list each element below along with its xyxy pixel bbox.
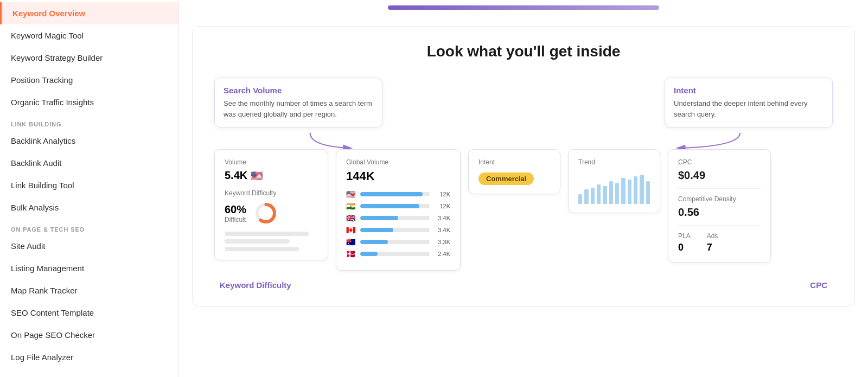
ads-block: Ads 7 [707, 232, 718, 253]
arrow-svg [214, 133, 833, 149]
sidebar-group-on-page: ON PAGE & TECH SEO Site Audit Listing Ma… [0, 219, 178, 368]
feature-title: Look what you'll get inside [214, 43, 833, 60]
sidebar-item-organic-traffic-insights[interactable]: Organic Traffic Insights [0, 91, 178, 113]
cpc-value: $0.49 [678, 169, 761, 182]
trend-label: Trend [578, 158, 650, 166]
sidebar-item-keyword-strategy-builder[interactable]: Keyword Strategy Builder [0, 47, 178, 69]
sidebar-item-backlink-audit[interactable]: Backlink Audit [0, 152, 178, 174]
banner-bar [388, 5, 659, 10]
sidebar-item-link-building-tool[interactable]: Link Building Tool [0, 174, 178, 196]
feature-section: Look what you'll get inside Search Volum… [192, 26, 855, 306]
sidebar: Keyword Overview Keyword Magic Tool Keyw… [0, 0, 179, 377]
main-content: Look what you'll get inside Search Volum… [179, 0, 868, 377]
comp-density-value: 0.56 [678, 206, 761, 219]
flag-ca: 🇨🇦 [346, 226, 357, 234]
country-row-dk: 🇩🇰 2.4K [346, 250, 450, 258]
kd-difficulty: Difficult [225, 216, 246, 223]
sidebar-group-keyword: Keyword Overview Keyword Magic Tool Keyw… [0, 2, 178, 113]
country-row-ca: 🇨🇦 3.4K [346, 226, 450, 234]
flag-in: 🇮🇳 [346, 202, 357, 210]
country-bars: 🇺🇸 12K 🇮🇳 12K 🇬🇧 3.4K [346, 190, 450, 258]
flag-au: 🇦🇺 [346, 238, 357, 246]
cpc-card: CPC $0.49 Competitive Density 0.56 PLA 0… [668, 149, 771, 263]
global-volume-value: 144K [346, 169, 450, 183]
country-row-in: 🇮🇳 12K [346, 202, 450, 210]
sidebar-item-position-tracking[interactable]: Position Tracking [0, 69, 178, 91]
annotation-search-volume: Search Volume See the monthly number of … [214, 78, 382, 127]
country-row-gb: 🇬🇧 3.4K [346, 214, 450, 222]
kd-donut [254, 201, 278, 225]
flag-gb: 🇬🇧 [346, 214, 357, 222]
sidebar-item-backlink-analytics[interactable]: Backlink Analytics [0, 130, 178, 152]
annotation-intent-title: Intent [674, 86, 824, 95]
top-banner [179, 0, 868, 21]
cpc-top: CPC $0.49 [678, 158, 761, 189]
sidebar-item-bulk-analysis[interactable]: Bulk Analysis [0, 196, 178, 219]
trend-card: Trend [568, 149, 660, 213]
pla-block: PLA 0 [678, 232, 691, 253]
volume-label: Volume [225, 158, 318, 166]
global-volume-card: Global Volume 144K 🇺🇸 12K 🇮🇳 12K [336, 149, 461, 271]
annotation-sv-title: Search Volume [224, 86, 373, 95]
volume-value: 5.4K 🇺🇸 [225, 169, 318, 182]
pla-value: 0 [678, 242, 691, 253]
arrows-row [214, 133, 833, 149]
sidebar-item-log-file-analyzer[interactable]: Log File Analyzer [0, 346, 178, 368]
sidebar-item-on-page-seo-checker[interactable]: On Page SEO Checker [0, 324, 178, 346]
global-volume-label: Global Volume [346, 158, 450, 166]
country-row-us: 🇺🇸 12K [346, 190, 450, 199]
annotation-sv-desc: See the monthly number of times a search… [224, 98, 373, 119]
annotation-intent-desc: Understand the deeper intent behind ever… [674, 98, 824, 119]
sidebar-item-keyword-overview[interactable]: Keyword Overview [0, 2, 178, 24]
annotation-intent: Intent Understand the deeper intent behi… [665, 78, 833, 127]
volume-kd-card: Volume 5.4K 🇺🇸 Keyword Difficulty 60% Di… [214, 149, 328, 260]
bottom-label-kd: Keyword Difficulty [220, 280, 291, 290]
pla-label: PLA [678, 232, 691, 240]
pla-ads-row: PLA 0 Ads 7 [678, 232, 761, 253]
data-cards-row: Volume 5.4K 🇺🇸 Keyword Difficulty 60% Di… [214, 149, 833, 271]
ads-label: Ads [707, 232, 718, 240]
sidebar-item-keyword-magic-tool[interactable]: Keyword Magic Tool [0, 24, 178, 47]
intent-card: Intent Commercial [468, 149, 560, 194]
kd-skeleton-bars [225, 232, 318, 251]
kd-section: Keyword Difficulty 60% Difficult [225, 189, 318, 225]
sidebar-item-site-audit[interactable]: Site Audit [0, 235, 178, 257]
comp-density-label: Competitive Density [678, 195, 761, 203]
sidebar-item-listing-management[interactable]: Listing Management [0, 257, 178, 279]
annotation-row: Search Volume See the monthly number of … [214, 78, 833, 127]
bottom-label-cpc: CPC [810, 280, 827, 290]
flag-us: 🇺🇸 [346, 190, 357, 199]
sidebar-section-on-page: ON PAGE & TECH SEO [0, 219, 178, 235]
intent-badge: Commercial [478, 172, 534, 185]
kd-pct-block: 60% Difficult [225, 203, 246, 223]
flag-dk: 🇩🇰 [346, 250, 357, 258]
kd-percent: 60% [225, 203, 246, 216]
intent-label: Intent [478, 158, 550, 166]
sidebar-section-link-building: LINK BUILDING [0, 113, 178, 130]
sidebar-item-map-rank-tracker[interactable]: Map Rank Tracker [0, 279, 178, 302]
sidebar-group-link-building: LINK BUILDING Backlink Analytics Backlin… [0, 113, 178, 219]
trend-bars [578, 171, 650, 204]
bottom-labels-row: Keyword Difficulty CPC [214, 280, 833, 290]
kd-content: 60% Difficult [225, 201, 318, 225]
country-row-au: 🇦🇺 3.3K [346, 238, 450, 246]
kd-label: Keyword Difficulty [225, 189, 318, 197]
ads-value: 7 [707, 242, 718, 253]
cpc-label: CPC [678, 158, 761, 166]
comp-density-block: Competitive Density 0.56 [678, 195, 761, 226]
us-flag: 🇺🇸 [251, 170, 263, 182]
sidebar-item-seo-content-template[interactable]: SEO Content Template [0, 302, 178, 324]
